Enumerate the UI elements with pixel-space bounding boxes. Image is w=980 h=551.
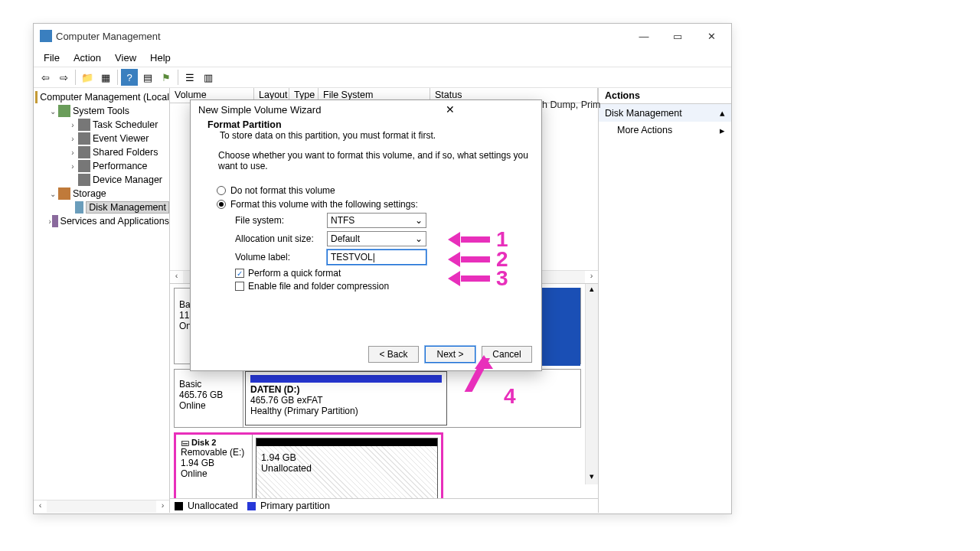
- expander-icon[interactable]: ⌄: [47, 107, 58, 116]
- actions-section[interactable]: Disk Management ▴: [599, 104, 731, 122]
- new-volume-wizard: New Simple Volume Wizard ✕ Format Partit…: [190, 99, 542, 371]
- fs-select[interactable]: NTFS ⌄: [327, 213, 426, 228]
- tree-performance[interactable]: Performance: [93, 161, 148, 171]
- next-button[interactable]: Next >: [425, 346, 475, 363]
- radio-icon[interactable]: [217, 186, 226, 195]
- dialog-title: New Simple Volume Wizard: [198, 104, 366, 116]
- legend: Unallocated Primary partition: [170, 498, 598, 513]
- tree-root[interactable]: Computer Management (Local: [40, 92, 169, 103]
- tree-event-viewer[interactable]: Event Viewer: [93, 133, 149, 144]
- au-label: Allocation unit size:: [235, 233, 327, 244]
- app-icon: [40, 30, 52, 42]
- disk-icon: [75, 201, 83, 214]
- selected-partition[interactable]: [542, 288, 580, 366]
- dialog-heading: Format Partition: [207, 119, 282, 130]
- disk2-part-size: 1.94 GB: [261, 452, 433, 463]
- radio-format[interactable]: Format this volume with the following se…: [217, 199, 528, 210]
- help-icon[interactable]: ?: [121, 69, 138, 86]
- maximize-button[interactable]: ▭: [661, 24, 694, 47]
- collapse-icon[interactable]: ▴: [720, 107, 725, 119]
- computer-icon: [35, 91, 38, 103]
- disk1-part-info: 465.76 GB exFAT: [250, 395, 442, 406]
- disks-vscroll[interactable]: ▴▾: [585, 284, 598, 484]
- folder-icon: [78, 146, 90, 158]
- tree-shared-folders[interactable]: Shared Folders: [93, 147, 158, 158]
- minimize-button[interactable]: —: [627, 24, 661, 47]
- actions-pane: Actions Disk Management ▴ More Actions ▸: [598, 88, 731, 513]
- radio-icon[interactable]: [217, 200, 226, 209]
- layout-icon[interactable]: ▦: [97, 69, 114, 86]
- disk1[interactable]: Basic 465.76 GB Online DATEN (D:) 465.76…: [174, 369, 581, 428]
- volume-label-input[interactable]: TESTVOL|: [327, 249, 426, 265]
- radio-no-format[interactable]: Do not format this volume: [217, 185, 528, 196]
- fs-label: File system:: [235, 215, 327, 226]
- legend-swatch-unalloc: [175, 502, 183, 510]
- actions-more[interactable]: More Actions ▸: [599, 122, 731, 139]
- quick-format-checkbox[interactable]: ✓ Perform a quick format: [235, 268, 528, 279]
- menu-view[interactable]: View: [108, 51, 143, 65]
- disk1-type: Basic: [179, 379, 238, 390]
- expander-icon[interactable]: ›: [67, 135, 78, 143]
- back-button[interactable]: < Back: [368, 346, 419, 363]
- disk2-part-state: Unallocated: [261, 463, 433, 474]
- list-icon[interactable]: ☰: [181, 69, 198, 86]
- dialog-close-icon[interactable]: ✕: [366, 103, 534, 116]
- legend-primary: Primary partition: [260, 500, 330, 511]
- menu-action[interactable]: Action: [67, 51, 108, 65]
- task-icon: [78, 119, 90, 131]
- close-button[interactable]: ✕: [694, 24, 728, 47]
- menu-help[interactable]: Help: [143, 51, 178, 65]
- vl-label: Volume label:: [235, 252, 327, 262]
- storage-icon: [58, 187, 70, 200]
- disk2-size: 1.94 GB: [181, 458, 247, 468]
- tree-device-manager[interactable]: Device Manager: [93, 174, 162, 185]
- tree-task-scheduler[interactable]: Task Scheduler: [93, 119, 158, 130]
- disk1-partition[interactable]: DATEN (D:) 465.76 GB exFAT Healthy (Prim…: [245, 371, 447, 425]
- services-icon: [52, 215, 57, 227]
- disk1-part-name: DATEN (D:): [250, 384, 299, 395]
- legend-swatch-primary: [247, 502, 256, 510]
- menu-file[interactable]: File: [37, 51, 67, 65]
- up-icon[interactable]: 📁: [79, 69, 96, 86]
- tree-storage[interactable]: Storage: [73, 188, 106, 199]
- checkbox-icon[interactable]: [235, 282, 244, 291]
- legend-unalloc: Unallocated: [188, 500, 238, 511]
- perf-icon: [78, 160, 90, 172]
- disk2[interactable]: 🖴 Disk 2 Removable (E:) 1.94 GB Online 1…: [174, 432, 443, 498]
- window-title: Computer Management: [56, 31, 627, 42]
- disk2-status: Online: [181, 468, 247, 479]
- expander-icon[interactable]: ›: [67, 148, 78, 157]
- toolbar-sep: [178, 70, 178, 85]
- chevron-down-icon: ⌄: [415, 215, 423, 226]
- grid-icon[interactable]: ▥: [200, 69, 217, 86]
- tree-disk-management[interactable]: Disk Management: [86, 201, 169, 214]
- chevron-down-icon: ⌄: [415, 233, 423, 244]
- expander-icon[interactable]: ›: [67, 162, 78, 171]
- expander-icon[interactable]: ⌄: [47, 190, 58, 198]
- status-peek: h Dump, Prim: [542, 99, 600, 110]
- forward-icon[interactable]: ⇨: [55, 69, 72, 86]
- calendar-icon[interactable]: ▤: [139, 69, 156, 86]
- disk1-status: Online: [179, 400, 238, 411]
- toolbar-sep: [75, 70, 76, 85]
- au-select[interactable]: Default ⌄: [327, 231, 426, 246]
- disk2-unallocated[interactable]: 1.94 GB Unallocated: [256, 438, 438, 498]
- nav-tree[interactable]: Computer Management (Local ⌄System Tools…: [34, 88, 170, 513]
- disk1-size: 465.76 GB: [179, 390, 238, 400]
- expander-icon[interactable]: ›: [67, 121, 78, 129]
- toolbar: ⇦ ⇨ 📁 ▦ ? ▤ ⚑ ☰ ▥: [34, 67, 731, 88]
- tree-system-tools[interactable]: System Tools: [73, 106, 129, 116]
- tree-services[interactable]: Services and Applications: [60, 216, 169, 227]
- compression-checkbox[interactable]: Enable file and folder compression: [235, 281, 528, 292]
- checkbox-icon[interactable]: ✓: [235, 269, 244, 278]
- wrench-icon: [58, 105, 70, 117]
- tree-hscroll[interactable]: ‹›: [34, 500, 169, 513]
- disk2-name: Disk 2: [191, 438, 216, 447]
- toolbar-sep: [117, 70, 118, 85]
- titlebar: Computer Management — ▭ ✕: [34, 24, 731, 48]
- disk2-type: Removable (E:): [181, 447, 247, 458]
- cancel-button[interactable]: Cancel: [482, 346, 532, 363]
- device-icon: [78, 174, 90, 186]
- back-icon[interactable]: ⇦: [37, 69, 54, 86]
- flag-icon[interactable]: ⚑: [158, 69, 175, 86]
